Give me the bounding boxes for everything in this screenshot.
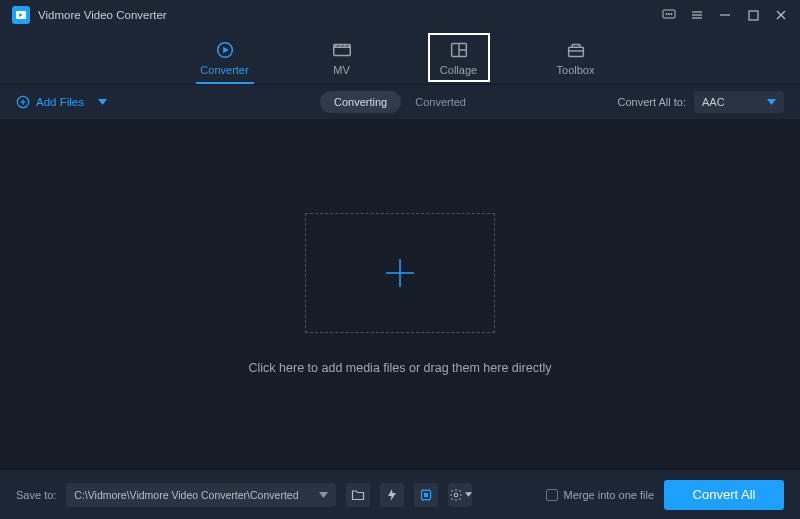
tab-toolbox-label: Toolbox — [557, 64, 595, 76]
save-to-path-select[interactable]: C:\Vidmore\Vidmore Video Converter\Conve… — [66, 483, 336, 507]
tab-mv-label: MV — [333, 64, 350, 76]
chevron-down-icon — [767, 99, 776, 105]
dropzone[interactable] — [305, 213, 495, 333]
chevron-down-icon — [319, 492, 328, 498]
tab-converter-label: Converter — [200, 64, 248, 76]
svg-rect-32 — [424, 493, 428, 497]
titlebar-right — [662, 8, 788, 22]
merge-checkbox[interactable] — [546, 489, 558, 501]
save-to-label: Save to: — [16, 489, 56, 501]
convert-all-button[interactable]: Convert All — [664, 480, 784, 510]
svg-rect-10 — [749, 11, 758, 20]
close-button[interactable] — [774, 8, 788, 22]
titlebar-left: Vidmore Video Converter — [12, 6, 167, 24]
svg-point-5 — [671, 13, 672, 14]
add-files-button[interactable]: Add Files — [16, 95, 107, 109]
open-folder-button[interactable] — [346, 483, 370, 507]
tab-underline — [196, 82, 254, 84]
tab-converter[interactable]: Converter — [194, 39, 256, 82]
svg-point-4 — [668, 13, 669, 14]
format-select[interactable]: AAC — [694, 91, 784, 113]
app-title: Vidmore Video Converter — [38, 9, 167, 21]
chevron-down-icon — [465, 492, 472, 497]
format-select-value: AAC — [702, 96, 725, 108]
tab-collage-label: Collage — [440, 64, 477, 76]
settings-button[interactable] — [448, 483, 472, 507]
footer-bar: Save to: C:\Vidmore\Vidmore Video Conver… — [0, 469, 800, 519]
high-speed-button[interactable] — [380, 483, 404, 507]
svg-point-3 — [666, 13, 667, 14]
status-segment: Converting Converted — [320, 91, 480, 113]
dropzone-hint: Click here to add media files or drag th… — [249, 361, 552, 375]
svg-marker-25 — [98, 99, 107, 105]
svg-marker-40 — [465, 492, 472, 497]
segment-converting[interactable]: Converting — [320, 91, 401, 113]
tab-collage[interactable]: Collage — [428, 33, 490, 82]
titlebar: Vidmore Video Converter — [0, 0, 800, 30]
menu-icon[interactable] — [690, 8, 704, 22]
minimize-button[interactable] — [718, 8, 732, 22]
save-to-path: C:\Vidmore\Vidmore Video Converter\Conve… — [74, 489, 311, 501]
gpu-accel-button[interactable] — [414, 483, 438, 507]
feedback-icon[interactable] — [662, 8, 676, 22]
segment-converted[interactable]: Converted — [401, 91, 480, 113]
main-tabs: Converter MV Collage Toolbox — [0, 30, 800, 85]
plus-icon — [380, 253, 420, 293]
svg-point-39 — [454, 493, 458, 497]
svg-marker-14 — [223, 47, 229, 53]
maximize-button[interactable] — [746, 8, 760, 22]
merge-option[interactable]: Merge into one file — [546, 489, 655, 501]
content-area: Click here to add media files or drag th… — [0, 119, 800, 469]
svg-marker-30 — [388, 489, 396, 501]
tab-toolbox[interactable]: Toolbox — [545, 39, 607, 82]
app-logo — [12, 6, 30, 24]
convert-all-to: Convert All to: AAC — [618, 91, 784, 113]
svg-marker-29 — [319, 492, 328, 498]
tab-mv[interactable]: MV — [311, 39, 373, 82]
convert-all-to-label: Convert All to: — [618, 96, 686, 108]
svg-rect-20 — [568, 47, 583, 56]
app-window: Vidmore Video Converter Converter MV Col… — [0, 0, 800, 519]
merge-label: Merge into one file — [564, 489, 655, 501]
sub-toolbar: Add Files Converting Converted Convert A… — [0, 85, 800, 119]
svg-marker-26 — [767, 99, 776, 105]
plus-circle-icon — [16, 95, 30, 109]
chevron-down-icon — [98, 99, 107, 105]
add-files-label: Add Files — [36, 96, 84, 108]
